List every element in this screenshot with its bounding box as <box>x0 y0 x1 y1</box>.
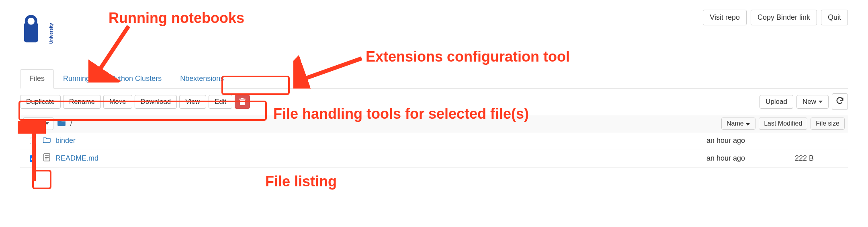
tab-running[interactable]: Running <box>54 69 99 88</box>
edit-button[interactable]: Edit <box>209 95 232 109</box>
file-actions-toolbar: Duplicate Rename Move Download View Edit <box>20 95 250 109</box>
sort-size-button[interactable]: File size <box>811 118 845 130</box>
new-label: New <box>802 98 816 106</box>
svg-rect-5 <box>240 100 245 105</box>
tab-files[interactable]: Files <box>20 69 54 89</box>
list-item[interactable]: binder an hour ago <box>20 132 848 149</box>
folder-icon <box>41 136 53 145</box>
move-button[interactable]: Move <box>103 95 132 109</box>
upload-button[interactable]: Upload <box>760 95 793 109</box>
tab-ipython-clusters[interactable]: IPython Clusters <box>99 69 171 88</box>
refresh-icon <box>835 96 844 105</box>
download-button[interactable]: Download <box>135 95 177 109</box>
visit-repo-button[interactable]: Visit repo <box>703 10 747 25</box>
item-modified: an hour ago <box>706 136 795 145</box>
folder-icon <box>57 119 66 128</box>
item-name[interactable]: README.md <box>53 154 706 163</box>
refresh-button[interactable] <box>832 93 848 110</box>
row-checkbox[interactable] <box>30 155 36 162</box>
delete-button[interactable] <box>235 95 250 109</box>
file-list: binder an hour ago README.md an hour ago… <box>20 132 848 168</box>
logo: The Open University <box>20 10 68 50</box>
caret-down-icon <box>819 101 823 103</box>
view-button[interactable]: View <box>179 95 206 109</box>
sort-name-button[interactable]: Name <box>721 118 755 130</box>
new-dropdown-button[interactable]: New <box>796 95 829 109</box>
duplicate-button[interactable]: Duplicate <box>20 95 61 109</box>
row-checkbox[interactable] <box>30 138 36 144</box>
tabs-bar: Files Running IPython Clusters Nbextensi… <box>20 69 848 89</box>
annotation-extensions-tool: Extensions configuration tool <box>366 48 570 65</box>
breadcrumb-path[interactable]: / <box>70 119 72 128</box>
annotation-file-listing: File listing <box>265 173 337 190</box>
list-item[interactable]: README.md an hour ago 222 B <box>20 149 848 168</box>
quit-button[interactable]: Quit <box>821 10 848 25</box>
trash-icon <box>239 98 246 105</box>
file-icon <box>41 153 53 163</box>
selected-count: 1 <box>37 119 42 128</box>
rename-button[interactable]: Rename <box>63 95 101 109</box>
annotation-box <box>32 170 51 189</box>
arrow-down-icon <box>745 122 750 126</box>
caret-down-icon <box>45 122 49 125</box>
item-size: 222 B <box>795 154 843 163</box>
select-all-dropdown[interactable]: 1 <box>23 117 53 130</box>
svg-text:University: University <box>49 23 53 44</box>
tab-nbextensions[interactable]: Nbextensions <box>171 69 233 88</box>
copy-binder-link-button[interactable]: Copy Binder link <box>751 10 817 25</box>
item-name[interactable]: binder <box>53 136 706 145</box>
item-modified: an hour ago <box>706 154 795 163</box>
svg-point-2 <box>28 18 35 25</box>
sort-modified-button[interactable]: Last Modified <box>759 118 807 130</box>
svg-rect-7 <box>241 98 244 99</box>
select-all-checkbox[interactable] <box>28 120 34 127</box>
sort-name-label: Name <box>727 120 744 127</box>
